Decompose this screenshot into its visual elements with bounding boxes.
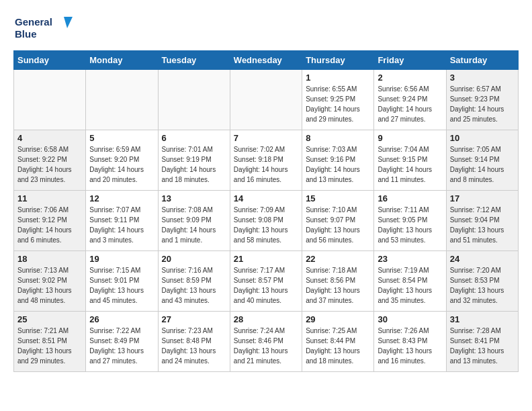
week-row-5: 25Sunrise: 7:21 AM Sunset: 8:51 PM Dayli… [14, 312, 519, 372]
day-cell-9: 9Sunrise: 7:04 AM Sunset: 9:15 PM Daylig… [374, 130, 446, 191]
day-info: Sunrise: 7:02 AM Sunset: 9:18 PM Dayligh… [234, 144, 298, 185]
day-number: 16 [378, 193, 442, 203]
day-number: 9 [378, 133, 442, 143]
day-cell-10: 10Sunrise: 7:05 AM Sunset: 9:14 PM Dayli… [446, 130, 518, 191]
day-cell-24: 24Sunrise: 7:20 AM Sunset: 8:53 PM Dayli… [446, 251, 518, 312]
day-info: Sunrise: 6:59 AM Sunset: 9:20 PM Dayligh… [89, 144, 154, 185]
day-number: 6 [162, 133, 226, 143]
day-info: Sunrise: 7:25 AM Sunset: 8:44 PM Dayligh… [306, 326, 370, 366]
day-info: Sunrise: 7:08 AM Sunset: 9:09 PM Dayligh… [162, 205, 226, 245]
day-cell-19: 19Sunrise: 7:15 AM Sunset: 9:01 PM Dayli… [86, 251, 158, 312]
day-cell-8: 8Sunrise: 7:03 AM Sunset: 9:16 PM Daylig… [302, 130, 374, 191]
day-number: 4 [17, 133, 82, 143]
header-day-monday: Monday [86, 51, 158, 70]
header-day-tuesday: Tuesday [158, 51, 230, 70]
day-number: 17 [450, 193, 515, 203]
day-number: 25 [17, 314, 82, 324]
page-header: General Blue [13, 13, 519, 44]
header-day-sunday: Sunday [14, 51, 86, 70]
header-day-thursday: Thursday [302, 51, 374, 70]
day-info: Sunrise: 7:22 AM Sunset: 8:49 PM Dayligh… [89, 326, 154, 366]
day-cell-22: 22Sunrise: 7:18 AM Sunset: 8:56 PM Dayli… [302, 251, 374, 312]
day-cell-29: 29Sunrise: 7:25 AM Sunset: 8:44 PM Dayli… [302, 312, 374, 372]
day-info: Sunrise: 7:11 AM Sunset: 9:05 PM Dayligh… [378, 205, 442, 245]
empty-cell [14, 70, 86, 130]
day-number: 3 [450, 73, 515, 83]
day-number: 21 [234, 254, 298, 264]
day-info: Sunrise: 7:23 AM Sunset: 8:48 PM Dayligh… [162, 326, 226, 366]
day-cell-23: 23Sunrise: 7:19 AM Sunset: 8:54 PM Dayli… [374, 251, 446, 312]
day-number: 1 [306, 73, 370, 83]
day-cell-21: 21Sunrise: 7:17 AM Sunset: 8:57 PM Dayli… [230, 251, 302, 312]
day-info: Sunrise: 7:10 AM Sunset: 9:07 PM Dayligh… [306, 205, 370, 245]
svg-text:General: General [15, 16, 52, 28]
day-cell-15: 15Sunrise: 7:10 AM Sunset: 9:07 PM Dayli… [302, 191, 374, 251]
day-cell-2: 2Sunrise: 6:56 AM Sunset: 9:24 PM Daylig… [374, 70, 446, 130]
day-info: Sunrise: 6:55 AM Sunset: 9:25 PM Dayligh… [306, 84, 370, 124]
empty-cell [86, 70, 158, 130]
day-info: Sunrise: 7:03 AM Sunset: 9:16 PM Dayligh… [306, 144, 370, 185]
day-info: Sunrise: 7:04 AM Sunset: 9:15 PM Dayligh… [378, 144, 442, 185]
empty-cell [230, 70, 302, 130]
header-row: SundayMondayTuesdayWednesdayThursdayFrid… [14, 51, 519, 70]
day-cell-1: 1Sunrise: 6:55 AM Sunset: 9:25 PM Daylig… [302, 70, 374, 130]
day-info: Sunrise: 7:15 AM Sunset: 9:01 PM Dayligh… [89, 265, 154, 306]
day-info: Sunrise: 7:07 AM Sunset: 9:11 PM Dayligh… [89, 205, 154, 245]
day-cell-4: 4Sunrise: 6:58 AM Sunset: 9:22 PM Daylig… [14, 130, 86, 191]
day-info: Sunrise: 7:13 AM Sunset: 9:02 PM Dayligh… [17, 265, 82, 306]
day-cell-6: 6Sunrise: 7:01 AM Sunset: 9:19 PM Daylig… [158, 130, 230, 191]
day-number: 8 [306, 133, 370, 143]
day-info: Sunrise: 7:09 AM Sunset: 9:08 PM Dayligh… [234, 205, 298, 245]
day-cell-31: 31Sunrise: 7:28 AM Sunset: 8:41 PM Dayli… [446, 312, 518, 372]
day-number: 19 [89, 254, 154, 264]
logo: General Blue [13, 13, 74, 44]
day-info: Sunrise: 7:26 AM Sunset: 8:43 PM Dayligh… [378, 326, 442, 366]
day-cell-14: 14Sunrise: 7:09 AM Sunset: 9:08 PM Dayli… [230, 191, 302, 251]
logo-svg: General Blue [13, 13, 74, 44]
day-info: Sunrise: 7:20 AM Sunset: 8:53 PM Dayligh… [450, 265, 515, 306]
day-number: 24 [450, 254, 515, 264]
day-info: Sunrise: 7:24 AM Sunset: 8:46 PM Dayligh… [234, 326, 298, 366]
day-info: Sunrise: 7:01 AM Sunset: 9:19 PM Dayligh… [162, 144, 226, 185]
day-info: Sunrise: 7:17 AM Sunset: 8:57 PM Dayligh… [234, 265, 298, 306]
day-cell-18: 18Sunrise: 7:13 AM Sunset: 9:02 PM Dayli… [14, 251, 86, 312]
day-cell-25: 25Sunrise: 7:21 AM Sunset: 8:51 PM Dayli… [14, 312, 86, 372]
calendar-header: SundayMondayTuesdayWednesdayThursdayFrid… [14, 51, 519, 70]
day-cell-13: 13Sunrise: 7:08 AM Sunset: 9:09 PM Dayli… [158, 191, 230, 251]
day-number: 30 [378, 314, 442, 324]
day-number: 11 [17, 193, 82, 203]
day-cell-3: 3Sunrise: 6:57 AM Sunset: 9:23 PM Daylig… [446, 70, 518, 130]
day-info: Sunrise: 7:21 AM Sunset: 8:51 PM Dayligh… [17, 326, 82, 366]
day-info: Sunrise: 7:06 AM Sunset: 9:12 PM Dayligh… [17, 205, 82, 245]
day-number: 20 [162, 254, 226, 264]
day-cell-20: 20Sunrise: 7:16 AM Sunset: 8:59 PM Dayli… [158, 251, 230, 312]
day-number: 13 [162, 193, 226, 203]
day-info: Sunrise: 7:19 AM Sunset: 8:54 PM Dayligh… [378, 265, 442, 306]
day-info: Sunrise: 7:16 AM Sunset: 8:59 PM Dayligh… [162, 265, 226, 306]
day-cell-30: 30Sunrise: 7:26 AM Sunset: 8:43 PM Dayli… [374, 312, 446, 372]
week-row-4: 18Sunrise: 7:13 AM Sunset: 9:02 PM Dayli… [14, 251, 519, 312]
svg-marker-2 [64, 17, 73, 28]
svg-text:Blue: Blue [15, 28, 37, 40]
day-number: 14 [234, 193, 298, 203]
day-cell-5: 5Sunrise: 6:59 AM Sunset: 9:20 PM Daylig… [86, 130, 158, 191]
day-number: 12 [89, 193, 154, 203]
day-info: Sunrise: 7:12 AM Sunset: 9:04 PM Dayligh… [450, 205, 515, 245]
header-day-wednesday: Wednesday [230, 51, 302, 70]
day-info: Sunrise: 6:58 AM Sunset: 9:22 PM Dayligh… [17, 144, 82, 185]
header-day-friday: Friday [374, 51, 446, 70]
day-number: 23 [378, 254, 442, 264]
day-number: 27 [162, 314, 226, 324]
day-number: 10 [450, 133, 515, 143]
day-number: 18 [17, 254, 82, 264]
day-cell-16: 16Sunrise: 7:11 AM Sunset: 9:05 PM Dayli… [374, 191, 446, 251]
day-cell-27: 27Sunrise: 7:23 AM Sunset: 8:48 PM Dayli… [158, 312, 230, 372]
day-number: 28 [234, 314, 298, 324]
day-number: 26 [89, 314, 154, 324]
calendar-body: 1Sunrise: 6:55 AM Sunset: 9:25 PM Daylig… [14, 70, 519, 372]
day-number: 29 [306, 314, 370, 324]
week-row-1: 1Sunrise: 6:55 AM Sunset: 9:25 PM Daylig… [14, 70, 519, 130]
day-info: Sunrise: 7:18 AM Sunset: 8:56 PM Dayligh… [306, 265, 370, 306]
day-cell-17: 17Sunrise: 7:12 AM Sunset: 9:04 PM Dayli… [446, 191, 518, 251]
day-cell-11: 11Sunrise: 7:06 AM Sunset: 9:12 PM Dayli… [14, 191, 86, 251]
